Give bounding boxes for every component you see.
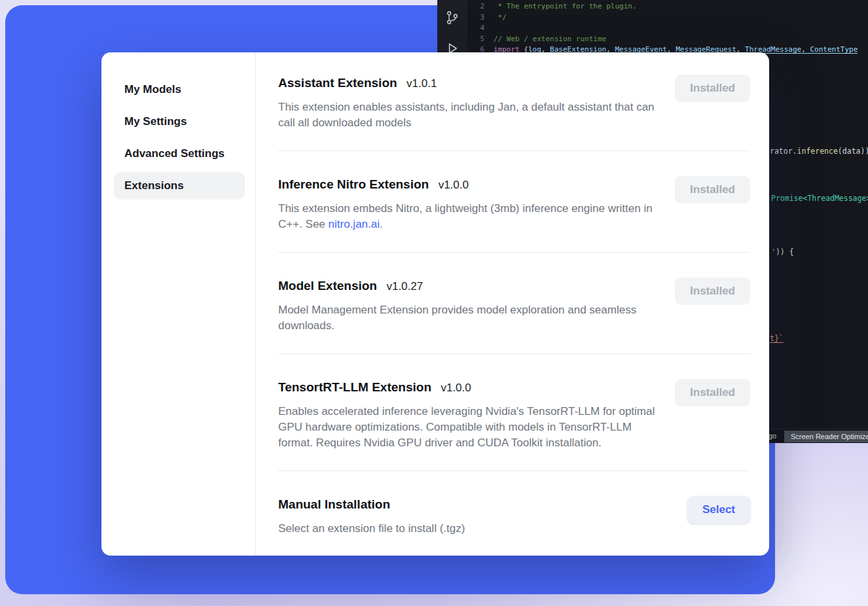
extension-description: Model Management Extension provides mode…: [278, 302, 663, 334]
extension-description: This extension enables assistants, inclu…: [278, 99, 663, 131]
line-number: 5: [467, 34, 484, 45]
installed-button[interactable]: Installed: [675, 176, 750, 204]
code-fragment-inference: rator.inference(data));: [770, 147, 868, 156]
app-root: { "colors": { "accent": "#4666f5", "pane…: [0, 0, 868, 606]
sidebar-item-advanced-settings[interactable]: Advanced Settings: [114, 140, 245, 168]
extension-version: v1.0.27: [386, 280, 423, 293]
nitro-jan-ai-link[interactable]: nitro.jan.ai: [329, 218, 380, 230]
installed-button[interactable]: Installed: [675, 277, 750, 305]
extension-title: Assistant Extension: [278, 76, 397, 90]
extension-title: Model Extension: [278, 279, 377, 293]
sidebar-item-extensions[interactable]: Extensions: [114, 172, 245, 200]
settings-modal: My Models My Settings Advanced Settings …: [101, 52, 769, 556]
code-line: 3 */: [467, 12, 868, 24]
extension-item-nitro: Inference Nitro Extension v1.0.0 This ex…: [278, 151, 750, 253]
extension-item-tensorrt: TensortRT-LLM Extension v1.0.0 Enables a…: [278, 354, 750, 471]
extension-item-model: Model Extension v1.0.27 Model Management…: [278, 253, 750, 354]
manual-installation-title: Manual Installation: [278, 497, 390, 511]
line-number: 2: [467, 1, 484, 12]
extension-version: v1.0.0: [439, 179, 469, 191]
code-line: 4: [467, 23, 868, 34]
code-line: 2 * The entrypoint for the plugin.: [467, 1, 868, 12]
extension-description: This extension embeds Nitro, a lightweig…: [278, 201, 663, 232]
code-line: 5 // Web / extension runtime: [467, 34, 868, 45]
extension-title: TensortRT-LLM Extension: [278, 380, 431, 394]
extensions-list: Assistant Extension v1.0.1 This extensio…: [256, 52, 769, 556]
installed-button[interactable]: Installed: [675, 379, 750, 406]
screen-reader-chip[interactable]: Screen Reader Optimize: [784, 431, 868, 442]
source-control-icon[interactable]: [446, 10, 459, 27]
line-number: 4: [467, 23, 484, 34]
line-number: 3: [467, 12, 484, 24]
manual-installation-description: Select an extension file to install (.tg…: [278, 521, 663, 537]
settings-sidebar: My Models My Settings Advanced Settings …: [101, 52, 256, 556]
extension-item-assistant: Assistant Extension v1.0.1 This extensio…: [278, 69, 750, 151]
extension-version: v1.0.1: [407, 77, 437, 90]
manual-installation-item: Manual Installation Select an extension …: [278, 471, 750, 544]
extension-title: Inference Nitro Extension: [278, 177, 429, 191]
sidebar-item-my-settings[interactable]: My Settings: [114, 108, 245, 135]
select-file-button[interactable]: Select: [687, 496, 750, 524]
extension-description: Enables accelerated inference leveraging…: [278, 404, 663, 451]
code-fragment-promise: Promise<ThreadMessage>: [771, 194, 868, 203]
sidebar-item-my-models[interactable]: My Models: [114, 76, 245, 103]
code-fragment-template: t}`: [770, 334, 784, 343]
installed-button[interactable]: Installed: [675, 75, 750, 102]
code-lines: 2 * The entrypoint for the plugin. 3 */ …: [467, 1, 868, 56]
extension-version: v1.0.0: [441, 382, 471, 394]
code-fragment-brace: ')) {: [771, 247, 794, 257]
status-bar-text: go: [769, 432, 776, 440]
